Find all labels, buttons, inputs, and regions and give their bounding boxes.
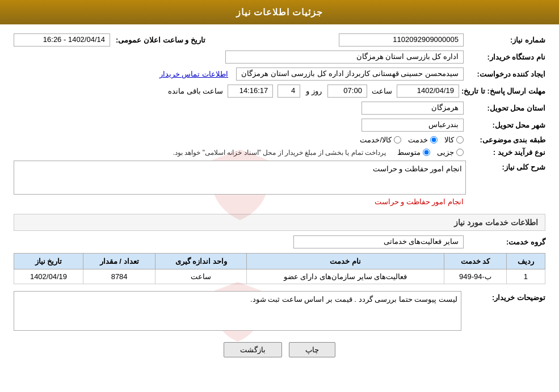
nave-jazyi: جزیی — [437, 148, 464, 157]
nave-motavaset-label: متوسط — [397, 148, 421, 157]
tabaqe-kalakhedmat: کالا/خدمت — [360, 136, 401, 144]
tabaqe-kala-radio[interactable] — [456, 136, 464, 144]
mohlat-row: مهلت ارسال پاسخ: تا تاریخ: 1402/04/19 سا… — [14, 85, 545, 98]
back-button[interactable]: بازگشت — [224, 342, 282, 357]
namdastgah-value: اداره کل بازرسی استان هرمزگان — [225, 50, 464, 64]
eijad-value: سیدمحسن حسینی قهستانی کاربرداز اداره کل … — [236, 68, 464, 81]
nave-jazyi-radio[interactable] — [456, 149, 464, 156]
shomara-niaz-label: شماره نیاز: — [466, 36, 545, 44]
cell-kod: ب-94-949 — [444, 269, 507, 284]
namdastgah-label: نام دستگاه خریدار: — [466, 53, 545, 61]
mohlat-saaat-mande: 14:16:17 — [228, 85, 273, 98]
notes-value: لیست پیوست حتما بررسی گردد . قیمت بر اسا… — [14, 291, 461, 331]
tabaqe-options: کالا خدمت کالا/خدمت — [360, 136, 464, 144]
sharh-textarea[interactable]: انجام امور حفاظت و حراست — [14, 161, 466, 195]
cell-tedad: 8784 — [83, 269, 155, 284]
notes-label: توضیحات خریدار: — [466, 291, 545, 302]
nave-farayand-options: جزیی متوسط — [397, 148, 464, 157]
tabaqe-khedmat: خدمت — [408, 136, 438, 144]
services-header: اطلاعات خدمات مورد نیاز — [14, 214, 545, 231]
th-tedad: تعداد / مقدار — [83, 254, 155, 269]
grouh-row: گروه خدمت: سایر فعالیت‌های خدماتی — [14, 235, 545, 248]
namdastgah-row: نام دستگاه خریدار: اداره کل بازرسی استان… — [14, 50, 545, 64]
ostan-value: هرمزگان — [362, 102, 464, 115]
ostan-row: استان محل تحویل: هرمزگان — [14, 102, 545, 115]
mohlat-roz: 4 — [278, 85, 300, 98]
tabaqe-khedmat-label: خدمت — [408, 136, 428, 144]
nave-farayand-note: پرداخت تمام یا بخشی از مبلغ خریدار از مح… — [173, 149, 386, 157]
mohlat-saaat-mande-label: ساعت باقی مانده — [168, 87, 223, 95]
shahr-row: شهر محل تحویل: بندرعباس — [14, 119, 545, 132]
mohlat-roz-label: روز و — [306, 87, 322, 95]
taarikh-elaan-label: تاریخ و ساعت اعلان عمومی: — [116, 36, 205, 44]
shomara-niaz-value: 1102092909000005 — [339, 33, 464, 47]
mohlat-time-label: ساعت — [372, 87, 392, 95]
eijad-link[interactable]: اطلاعات تماس خریدار — [159, 70, 228, 78]
mohlat-time: 07:00 — [327, 85, 367, 98]
nave-farayand-row: نوع فرآیند خرید : جزیی متوسط پرداخت تمام… — [14, 148, 545, 157]
table-row: 1 ب-94-949 فعالیت‌های سایر سازمان‌های دا… — [14, 269, 545, 284]
notes-section: توضیحات خریدار: لیست پیوست حتما بررسی گر… — [14, 291, 545, 331]
mohlat-label: مهلت ارسال پاسخ: تا تاریخ: — [461, 87, 545, 95]
tabaqe-label: طبقه بندی موضوعی: — [466, 136, 545, 144]
services-table: ردیف کد خدمت نام خدمت واحد اندازه گیری ت… — [14, 253, 545, 284]
grouh-value: سایر فعالیت‌های خدماتی — [293, 235, 464, 248]
buttons-row: چاپ بازگشت — [14, 342, 545, 357]
print-button[interactable]: چاپ — [289, 342, 335, 357]
notes-wrapper: لیست پیوست حتما بررسی گردد . قیمت بر اسا… — [14, 291, 461, 331]
page-header: جزئیات اطلاعات نیاز — [0, 0, 559, 24]
th-radif: ردیف — [506, 254, 545, 269]
cell-vahed: ساعت — [155, 269, 247, 284]
eijad-label: ایجاد کننده درخواست: — [466, 70, 545, 78]
tabaqe-khedmat-radio[interactable] — [430, 136, 438, 144]
table-header-row: ردیف کد خدمت نام خدمت واحد اندازه گیری ت… — [14, 254, 545, 269]
tabaqe-kalakhedmat-radio[interactable] — [394, 136, 401, 144]
nave-farayand-label: نوع فرآیند خرید : — [466, 148, 545, 157]
nave-motavaset: متوسط — [397, 148, 430, 157]
cell-tarikh: 1402/04/19 — [14, 269, 83, 284]
tabaqe-kalakhedmat-label: کالا/خدمت — [360, 136, 392, 144]
nave-jazyi-label: جزیی — [437, 148, 454, 157]
tabaqe-kala: کالا — [444, 136, 464, 144]
sharh-wrapper: انجام امور حفاظت و حراست انجام امور حفاظ… — [14, 161, 466, 207]
shahr-label: شهر محل تحویل: — [466, 121, 545, 129]
taarikh-elaan-value: 1402/04/14 - 16:26 — [14, 33, 110, 47]
sharh-value-display: انجام امور حفاظت و حراست — [14, 196, 466, 207]
eijad-row: ایجاد کننده درخواست: سیدمحسن حسینی قهستا… — [14, 68, 545, 81]
sharh-label: شرح کلی نیاز: — [466, 161, 545, 171]
th-nam: نام خدمت — [247, 254, 444, 269]
cell-radif: 1 — [506, 269, 545, 284]
th-tarikh: تاریخ نیاز — [14, 254, 83, 269]
tabaqe-row: طبقه بندی موضوعی: کالا خدمت کالا/خدمت — [14, 136, 545, 144]
mohlat-date: 1402/04/19 — [397, 85, 459, 98]
shahr-value: بندرعباس — [362, 119, 464, 132]
shomara-niaz-row: شماره نیاز: 1102092909000005 تاریخ و ساع… — [14, 33, 545, 47]
cell-nam: فعالیت‌های سایر سازمان‌های دارای عضو — [247, 269, 444, 284]
ostan-label: استان محل تحویل: — [466, 104, 545, 112]
nave-motavaset-radio[interactable] — [423, 149, 430, 156]
th-vahed: واحد اندازه گیری — [155, 254, 247, 269]
grouh-label: گروه خدمت: — [466, 238, 545, 246]
sharh-section: شرح کلی نیاز: انجام امور حفاظت و حراست ا… — [14, 161, 545, 207]
tabaqe-kala-label: کالا — [444, 136, 454, 144]
th-kod: کد خدمت — [444, 254, 507, 269]
